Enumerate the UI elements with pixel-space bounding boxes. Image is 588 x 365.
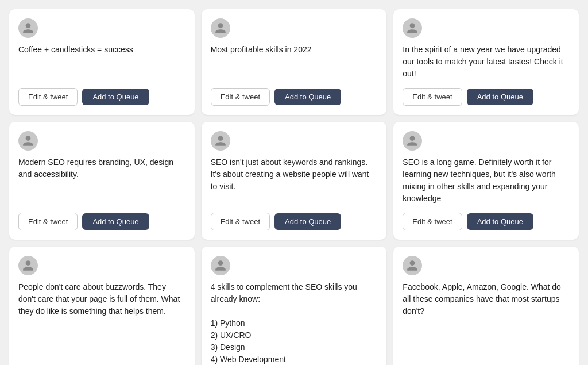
edit-tweet-button[interactable]: Edit & tweet [211, 213, 270, 230]
card-text: Coffee + candlesticks = success [18, 44, 185, 80]
avatar [18, 256, 38, 275]
edit-tweet-button[interactable]: Edit & tweet [18, 213, 78, 230]
add-to-queue-button[interactable]: Add to Queue [82, 213, 149, 230]
avatar [18, 18, 38, 38]
card-text: People don't care about buzzwords. They … [18, 281, 185, 365]
card-2: Most profitable skills in 2022 Edit & tw… [202, 9, 387, 115]
card-1: Coffee + candlesticks = success Edit & t… [9, 9, 195, 115]
card-6: SEO is a long game. Definitely worth it … [393, 122, 579, 240]
card-actions: Edit & tweet Add to Queue [18, 213, 185, 230]
avatar [211, 131, 230, 151]
edit-tweet-button[interactable]: Edit & tweet [403, 88, 462, 106]
card-actions: Edit & tweet Add to Queue [18, 88, 185, 106]
card-4: Modern SEO requires branding, UX, design… [9, 122, 195, 240]
card-8: 4 skills to complement the SEO skills yo… [202, 247, 387, 365]
card-actions: Edit & tweet Add to Queue [403, 213, 570, 230]
card-text: SEO is a long game. Definitely worth it … [403, 156, 570, 205]
card-grid: Coffee + candlesticks = success Edit & t… [0, 0, 588, 365]
add-to-queue-button[interactable]: Add to Queue [82, 89, 149, 105]
add-to-queue-button[interactable]: Add to Queue [274, 213, 341, 230]
avatar [211, 256, 230, 275]
edit-tweet-button[interactable]: Edit & tweet [403, 213, 462, 230]
add-to-queue-button[interactable]: Add to Queue [274, 89, 341, 105]
card-text: 4 skills to complement the SEO skills yo… [211, 281, 378, 365]
card-text: SEO isn't just about keywords and rankin… [211, 156, 378, 205]
card-7: People don't care about buzzwords. They … [9, 247, 195, 365]
card-9: Facebook, Apple, Amazon, Google. What do… [393, 247, 579, 365]
card-actions: Edit & tweet Add to Queue [403, 88, 570, 106]
card-text: Most profitable skills in 2022 [211, 44, 378, 80]
avatar [403, 256, 422, 275]
card-text: In the spirit of a new year we have upgr… [403, 44, 570, 80]
card-text: Modern SEO requires branding, UX, design… [18, 156, 185, 205]
avatar [403, 18, 422, 38]
card-actions: Edit & tweet Add to Queue [211, 88, 378, 106]
card-actions: Edit & tweet Add to Queue [211, 213, 378, 230]
avatar [403, 131, 422, 151]
edit-tweet-button[interactable]: Edit & tweet [18, 88, 78, 106]
add-to-queue-button[interactable]: Add to Queue [467, 213, 533, 230]
edit-tweet-button[interactable]: Edit & tweet [211, 88, 270, 106]
add-to-queue-button[interactable]: Add to Queue [467, 89, 533, 105]
card-text: Facebook, Apple, Amazon, Google. What do… [403, 281, 570, 365]
avatar [18, 131, 38, 151]
card-5: SEO isn't just about keywords and rankin… [202, 122, 387, 240]
card-3: In the spirit of a new year we have upgr… [393, 9, 579, 115]
avatar [211, 18, 230, 38]
